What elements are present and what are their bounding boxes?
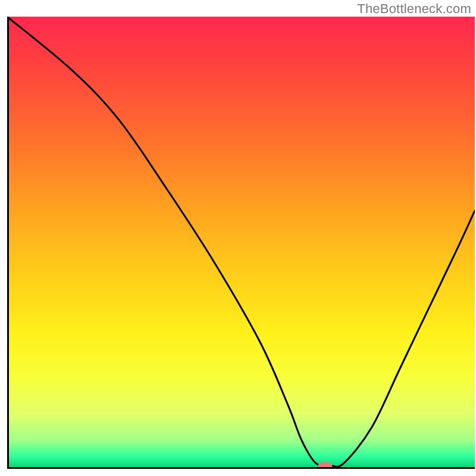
chart-background bbox=[7, 17, 475, 468]
watermark-text: TheBottleneck.com bbox=[357, 1, 471, 17]
bottleneck-chart bbox=[0, 0, 476, 476]
chart-container: TheBottleneck.com bbox=[0, 0, 476, 476]
